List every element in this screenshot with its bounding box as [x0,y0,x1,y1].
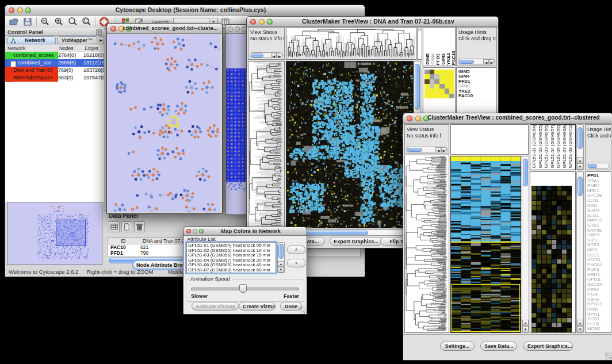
close-button[interactable] [110,26,116,32]
minimize-button[interactable] [193,229,197,233]
heatmap-column-label[interactable]: GIM4 [430,53,435,65]
heatmap-column-label[interactable]: YKE2 [446,53,451,65]
treeview2-button-2[interactable]: Export Graphics... [523,342,573,351]
mini-heatmap-cell[interactable] [449,70,454,74]
mini-heatmap-cell[interactable] [434,89,439,93]
network-overview-canvas[interactable] [7,202,102,265]
close-button[interactable] [186,229,191,233]
dialog-titlebar[interactable]: Map Colors to Network [183,227,307,236]
mini-heatmap-cell[interactable] [430,84,435,89]
mini-heatmap-cell[interactable] [434,74,439,79]
attribute-list[interactable]: GPL51-01 (GSM854) heat shock 05 minGPL51… [186,242,276,273]
mini-heatmap-cell[interactable] [445,79,450,84]
mini-heatmap-cell[interactable] [439,70,445,74]
main-titlebar[interactable]: Cytoscape Desktop (Session Name: collins… [5,5,365,16]
gene-list-vscrollbar[interactable]: ▲ ▼ [576,171,584,333]
mini-heatmap-cell[interactable] [434,70,439,74]
mini-heatmap[interactable] [424,70,454,98]
resize-grip[interactable] [605,352,612,359]
mini-heatmap-cell[interactable] [449,74,454,79]
mini-heatmap-cell[interactable] [430,79,435,84]
treeview1-button-1[interactable]: Export Graphics... [330,237,382,246]
gene-label[interactable]: MON2 [587,327,602,332]
mini-heatmap-cell[interactable] [449,89,454,93]
mini-heatmap-cell[interactable] [439,74,445,79]
heatmap-column-label[interactable]: GPL51-04 (GSM857) [550,125,556,168]
dialog-button-1[interactable]: Create Vizmap [239,302,276,311]
heatmap-column-label[interactable]: PFD1 [435,53,441,65]
dialog-button-0[interactable]: Animate Vizmap [192,302,239,311]
mini-heatmap-cell[interactable] [445,74,450,79]
col-edges[interactable]: Edges [85,45,98,52]
float-panel-icon[interactable] [96,29,102,35]
network-row[interactable]: RNAPuberNov2+563(0)107847(0) [5,74,104,82]
mini-heatmap-cell[interactable] [449,79,454,84]
zoom-selected-icon[interactable] [67,17,78,27]
mini-heatmap-cell[interactable] [445,89,450,93]
view-status-hscrollbar[interactable]: ◀ ▶ [406,147,447,152]
close-button[interactable] [9,7,14,13]
attr-col-id[interactable]: ID [121,238,126,244]
tab-vizmapper[interactable]: VizMapper™ [57,36,97,44]
heatmap-column-label[interactable]: GPL51-01 (GSM854) [531,125,538,168]
delete-attribute-trash-icon[interactable] [134,221,145,232]
resize-grip[interactable] [299,306,306,313]
mini-heatmap-cell[interactable] [424,70,430,74]
column-labels-vscrollbar[interactable]: ▲ ▼ [576,124,584,170]
row-dendrogram-canvas[interactable] [248,62,284,228]
tab-overflow-button[interactable]: ▶ [98,36,104,44]
tab-network[interactable]: Network [7,36,56,44]
heatmap-column-label[interactable]: GPL51-02 (GSM855) [538,125,544,168]
attribute-list-vscrollbar[interactable]: ▲ ▼ [277,242,285,273]
mini-heatmap-cell[interactable] [445,84,450,89]
treeview2-titlebar[interactable]: ClusterMaker TreeView : combined_scores_… [403,113,612,124]
mini-heatmap-cell[interactable] [439,84,445,89]
mini-heatmap-cell[interactable] [424,79,430,84]
heatmap-column-label[interactable]: GPL51-07 (GSM868) [562,125,568,168]
open-file-icon[interactable] [9,17,19,27]
heatmap-column-label[interactable]: GIM3 [441,53,446,65]
mini-heatmap-cell[interactable] [424,94,430,98]
treeview2-button-0[interactable]: Settings... [440,342,475,351]
mini-heatmap-cell[interactable] [439,94,445,98]
heatmap-column-label[interactable]: GPL51-08 (GSM872) [568,125,574,168]
mini-heatmap-cell[interactable] [430,89,435,93]
mini-heatmap-cell[interactable] [434,94,439,98]
treeview2-heatmap-canvas[interactable] [451,156,521,332]
mini-heatmap-cell[interactable] [424,84,430,89]
data-table-icon[interactable] [109,221,120,232]
col-nodes[interactable]: Nodes [59,45,74,52]
network-row[interactable]: combined_sco2569(6)13112(15) [5,59,104,67]
mini-heatmap-cell[interactable] [445,94,450,98]
column-dendrogram-canvas[interactable] [286,28,416,59]
mini-heatmap-cell[interactable] [439,89,445,93]
close-button[interactable] [250,19,256,25]
treeview1-mini-scroll-strip[interactable]: ▴▾ [417,27,422,60]
mini-heatmap-cell[interactable] [445,70,450,74]
mini-heatmap-cell[interactable] [424,74,430,79]
treeview2-heatmap-vscrollbar[interactable]: ▲ ▼ [522,156,529,333]
heatmap-column-label[interactable]: GPL51-03 (GSM856) [544,125,550,168]
attribute-list-item[interactable]: GPL51-07 (GSM868) heat shock 60 min [188,268,274,273]
speed-slider-thumb[interactable] [239,284,247,293]
mini-heatmap-cell[interactable] [430,94,435,98]
network-row[interactable]: DNA and Tran 07769(0)183728(0) [5,67,104,74]
mini-heatmap-cell[interactable] [424,89,430,93]
usage-hints-hscrollbar[interactable]: ◀ ▶ [458,59,495,64]
heatmap-column-label[interactable]: GIM5 [425,53,430,65]
zoom-fit-icon[interactable] [81,17,91,27]
mini-heatmap-cell[interactable] [439,79,445,84]
save-icon[interactable] [22,17,33,27]
treeview1-titlebar[interactable]: ClusterMaker TreeView : DNA and Tran 07-… [247,17,498,27]
heatmap-row-label[interactable]: PAC10 [458,94,473,98]
new-attribute-icon[interactable] [121,221,132,232]
move-up-button[interactable]: ∧ [287,246,305,254]
network-row[interactable]: combined_scores2764(0)16218(0) [5,52,104,59]
view-status-hscrollbar[interactable]: ◀ ▶ [250,52,283,58]
usage-hints-hscrollbar[interactable] [587,163,610,168]
minimize-button[interactable] [235,26,240,32]
close-button[interactable] [407,116,412,121]
mini-heatmap-cell[interactable] [434,84,439,89]
treeview1-heatmap-canvas[interactable] [286,62,413,228]
mini-heatmap-cell[interactable] [434,79,439,84]
